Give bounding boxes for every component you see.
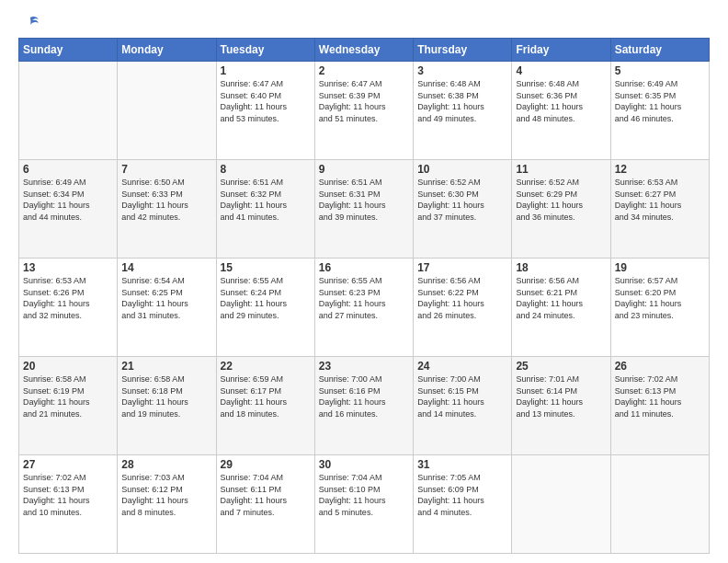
day-info: Sunrise: 6:51 AM Sunset: 6:32 PM Dayligh… [221,177,311,223]
day-info: Sunrise: 7:00 AM Sunset: 6:15 PM Dayligh… [417,373,507,419]
calendar-cell: 25Sunrise: 7:01 AM Sunset: 6:14 PM Dayli… [512,357,610,455]
week-row-2: 6Sunrise: 6:49 AM Sunset: 6:34 PM Daylig… [19,160,710,259]
day-number: 13 [23,261,113,274]
calendar-cell: 7Sunrise: 6:50 AM Sunset: 6:33 PM Daylig… [118,160,216,259]
calendar-cell: 6Sunrise: 6:49 AM Sunset: 6:34 PM Daylig… [19,160,118,259]
calendar-cell: 1Sunrise: 6:47 AM Sunset: 6:40 PM Daylig… [216,62,314,160]
calendar-cell: 8Sunrise: 6:51 AM Sunset: 6:32 PM Daylig… [216,160,314,259]
day-info: Sunrise: 6:48 AM Sunset: 6:36 PM Dayligh… [516,78,606,124]
calendar-cell: 5Sunrise: 6:49 AM Sunset: 6:35 PM Daylig… [610,62,709,160]
calendar-cell: 2Sunrise: 6:47 AM Sunset: 6:39 PM Daylig… [314,62,413,160]
day-info: Sunrise: 6:52 AM Sunset: 6:30 PM Dayligh… [417,177,507,223]
day-number: 31 [417,458,507,471]
logo [18,14,40,30]
calendar-cell: 31Sunrise: 7:05 AM Sunset: 6:09 PM Dayli… [414,455,512,554]
day-number: 30 [319,458,409,471]
day-info: Sunrise: 7:05 AM Sunset: 6:09 PM Dayligh… [417,472,507,518]
weekday-tuesday: Tuesday [216,39,314,62]
day-number: 15 [221,261,311,274]
calendar-cell: 3Sunrise: 6:48 AM Sunset: 6:38 PM Daylig… [414,62,512,160]
calendar-cell: 24Sunrise: 7:00 AM Sunset: 6:15 PM Dayli… [414,357,512,455]
week-row-1: 1Sunrise: 6:47 AM Sunset: 6:40 PM Daylig… [19,62,710,160]
calendar-cell [19,62,118,160]
weekday-wednesday: Wednesday [314,39,413,62]
calendar-cell: 11Sunrise: 6:52 AM Sunset: 6:29 PM Dayli… [512,160,610,259]
day-number: 20 [23,360,113,373]
day-info: Sunrise: 6:56 AM Sunset: 6:21 PM Dayligh… [516,275,606,321]
day-info: Sunrise: 7:04 AM Sunset: 6:11 PM Dayligh… [221,472,311,518]
calendar-cell [512,455,610,554]
day-info: Sunrise: 7:00 AM Sunset: 6:16 PM Dayligh… [319,373,409,419]
day-info: Sunrise: 6:52 AM Sunset: 6:29 PM Dayligh… [516,177,606,223]
logo-bird-icon [20,14,40,34]
day-info: Sunrise: 6:49 AM Sunset: 6:35 PM Dayligh… [615,78,705,124]
calendar-cell: 18Sunrise: 6:56 AM Sunset: 6:21 PM Dayli… [512,259,610,357]
calendar-cell: 12Sunrise: 6:53 AM Sunset: 6:27 PM Dayli… [610,160,709,259]
calendar-cell: 17Sunrise: 6:56 AM Sunset: 6:22 PM Dayli… [414,259,512,357]
calendar-cell: 30Sunrise: 7:04 AM Sunset: 6:10 PM Dayli… [314,455,413,554]
day-number: 17 [417,261,507,274]
day-info: Sunrise: 7:04 AM Sunset: 6:10 PM Dayligh… [319,472,409,518]
calendar-cell: 22Sunrise: 6:59 AM Sunset: 6:17 PM Dayli… [216,357,314,455]
day-info: Sunrise: 7:03 AM Sunset: 6:12 PM Dayligh… [121,472,211,518]
day-number: 10 [417,163,507,176]
weekday-header-row: SundayMondayTuesdayWednesdayThursdayFrid… [19,39,710,62]
day-number: 6 [23,163,113,176]
day-number: 22 [221,360,311,373]
day-info: Sunrise: 6:53 AM Sunset: 6:27 PM Dayligh… [615,177,705,223]
day-info: Sunrise: 6:57 AM Sunset: 6:20 PM Dayligh… [615,275,705,321]
calendar-cell: 16Sunrise: 6:55 AM Sunset: 6:23 PM Dayli… [314,259,413,357]
day-number: 29 [221,458,311,471]
day-number: 19 [615,261,705,274]
calendar-cell [610,455,709,554]
day-number: 18 [516,261,606,274]
day-number: 4 [516,64,606,77]
calendar-cell: 27Sunrise: 7:02 AM Sunset: 6:13 PM Dayli… [19,455,118,554]
calendar-cell: 13Sunrise: 6:53 AM Sunset: 6:26 PM Dayli… [19,259,118,357]
day-number: 21 [121,360,211,373]
calendar-cell: 10Sunrise: 6:52 AM Sunset: 6:30 PM Dayli… [414,160,512,259]
weekday-thursday: Thursday [414,39,512,62]
day-number: 24 [417,360,507,373]
day-number: 7 [121,163,211,176]
day-number: 23 [319,360,409,373]
day-number: 25 [516,360,606,373]
day-info: Sunrise: 7:02 AM Sunset: 6:13 PM Dayligh… [615,373,705,419]
day-info: Sunrise: 6:56 AM Sunset: 6:22 PM Dayligh… [417,275,507,321]
day-number: 9 [319,163,409,176]
calendar-cell: 26Sunrise: 7:02 AM Sunset: 6:13 PM Dayli… [610,357,709,455]
day-info: Sunrise: 7:02 AM Sunset: 6:13 PM Dayligh… [23,472,113,518]
day-info: Sunrise: 6:54 AM Sunset: 6:25 PM Dayligh… [121,275,211,321]
day-number: 16 [319,261,409,274]
weekday-monday: Monday [118,39,216,62]
day-number: 11 [516,163,606,176]
day-number: 27 [23,458,113,471]
day-info: Sunrise: 6:50 AM Sunset: 6:33 PM Dayligh… [121,177,211,223]
calendar-cell: 21Sunrise: 6:58 AM Sunset: 6:18 PM Dayli… [118,357,216,455]
day-number: 5 [615,64,705,77]
page: SundayMondayTuesdayWednesdayThursdayFrid… [0,0,728,563]
day-number: 12 [615,163,705,176]
calendar-cell [118,62,216,160]
header [18,14,710,30]
day-number: 3 [417,64,507,77]
day-info: Sunrise: 6:58 AM Sunset: 6:18 PM Dayligh… [121,373,211,419]
day-info: Sunrise: 6:48 AM Sunset: 6:38 PM Dayligh… [417,78,507,124]
day-info: Sunrise: 6:53 AM Sunset: 6:26 PM Dayligh… [23,275,113,321]
day-number: 26 [615,360,705,373]
day-number: 14 [121,261,211,274]
day-info: Sunrise: 6:47 AM Sunset: 6:39 PM Dayligh… [319,78,409,124]
day-number: 2 [319,64,409,77]
day-info: Sunrise: 6:58 AM Sunset: 6:19 PM Dayligh… [23,373,113,419]
day-number: 28 [121,458,211,471]
day-info: Sunrise: 6:49 AM Sunset: 6:34 PM Dayligh… [23,177,113,223]
week-row-3: 13Sunrise: 6:53 AM Sunset: 6:26 PM Dayli… [19,259,710,357]
day-number: 8 [221,163,311,176]
calendar-cell: 14Sunrise: 6:54 AM Sunset: 6:25 PM Dayli… [118,259,216,357]
calendar-table: SundayMondayTuesdayWednesdayThursdayFrid… [18,38,710,554]
calendar-cell: 29Sunrise: 7:04 AM Sunset: 6:11 PM Dayli… [216,455,314,554]
day-number: 1 [221,64,311,77]
day-info: Sunrise: 6:51 AM Sunset: 6:31 PM Dayligh… [319,177,409,223]
calendar-cell: 20Sunrise: 6:58 AM Sunset: 6:19 PM Dayli… [19,357,118,455]
day-info: Sunrise: 6:47 AM Sunset: 6:40 PM Dayligh… [221,78,311,124]
